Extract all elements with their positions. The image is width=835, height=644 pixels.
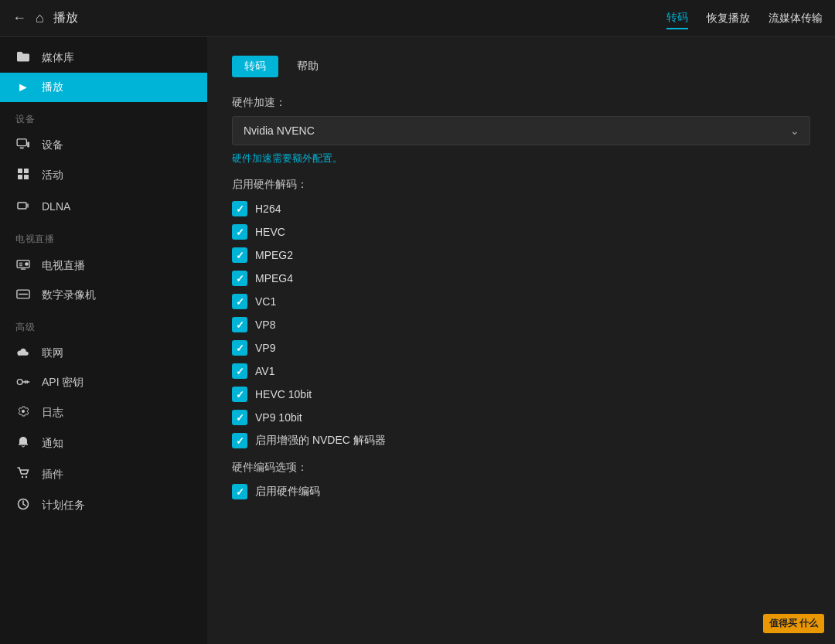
sidebar-label-dvr: 数字录像机 [42,288,96,302]
svg-point-11 [17,380,22,385]
sidebar-item-dvr[interactable]: 数字录像机 [0,281,207,310]
hardware-accel-label: 硬件加速： [232,96,810,110]
watermark-text: 什么 [799,618,818,629]
checkbox-vc1[interactable]: ✓ [232,294,247,309]
checkbox-row-hevc: ✓HEVC [232,224,810,240]
hardware-accel-dropdown-wrapper: Nvidia NVENC Intel QSV VAAPI 无 ⌄ [232,116,810,145]
hw-encode-checkbox[interactable]: ✓ [232,484,247,499]
cloud-icon [15,346,31,360]
svg-point-9 [25,262,28,265]
checkbox-vp9[interactable]: ✓ [232,340,247,356]
tab-bar: 转码 帮助 [232,56,810,77]
checkmark-vc1: ✓ [236,296,244,308]
hint-text: 硬件加速需要额外配置。 [232,152,810,165]
sidebar: 媒体库 ► 播放 设备 设备 [0,37,207,644]
play-icon: ► [15,80,31,94]
checkmark-av1: ✓ [236,366,244,377]
sidebar-item-plugins[interactable]: 插件 [0,459,207,490]
svg-point-13 [26,476,27,478]
checkbox-label-vp910bit: VP9 10bit [255,411,302,424]
nav-link-resume[interactable]: 恢复播放 [707,9,750,29]
sidebar-item-playback[interactable]: ► 播放 [0,73,207,102]
watermark-prefix: 值得买 [769,618,799,629]
sidebar-item-tvlive[interactable]: 电视直播 [0,250,207,281]
sidebar-label-activity: 活动 [42,169,63,182]
main-layout: 媒体库 ► 播放 设备 设备 [0,37,835,644]
checkbox-vp910bit[interactable]: ✓ [232,410,247,425]
svg-rect-7 [18,203,26,209]
checkbox-hevc[interactable]: ✓ [232,224,247,240]
checkmark-h264: ✓ [236,203,244,215]
svg-rect-0 [17,139,26,146]
gear-icon [15,405,31,421]
hw-encode-section-label: 硬件编码选项： [232,461,810,475]
checkbox-av1[interactable]: ✓ [232,363,247,379]
main-content: 转码 帮助 硬件加速： Nvidia NVENC Intel QSV VAAPI… [207,37,835,644]
sidebar-item-devices[interactable]: 设备 [0,131,207,160]
page-title: 播放 [53,10,78,26]
svg-rect-4 [24,169,29,173]
top-nav-right: 转码 恢复播放 流媒体传输 [666,8,823,29]
sidebar-item-network[interactable]: 联网 [0,339,207,368]
top-nav-left: ← ⌂ 播放 [12,10,666,26]
svg-rect-5 [18,175,22,179]
sidebar-label-notifications: 通知 [42,437,63,451]
clock-icon [15,498,31,513]
sidebar-label-tvlive: 电视直播 [42,259,85,273]
svg-point-12 [22,476,23,478]
checkbox-label-vc1: VC1 [255,295,276,308]
hw-encode-checkmark: ✓ [236,486,244,498]
sidebar-item-notifications[interactable]: 通知 [0,428,207,459]
checkbox-label-vp9: VP9 [255,342,275,354]
sidebar-item-logs[interactable]: 日志 [0,397,207,428]
checkbox-vp8[interactable]: ✓ [232,317,247,332]
hw-encode-label: 启用硬件编码 [255,485,320,499]
sidebar-label-apikey: API 密钥 [42,376,84,390]
checkmark-mpeg4: ✓ [236,273,244,285]
back-icon[interactable]: ← [12,10,26,26]
sidebar-item-apikey[interactable]: API 密钥 [0,368,207,397]
checkbox-row-vc1: ✓VC1 [232,294,810,309]
nvdec-checkbox[interactable]: ✓ [232,433,247,448]
dvr-icon [15,288,31,302]
checkmark-hevc: ✓ [236,227,244,238]
hw-encode-row: ✓ 启用硬件编码 [232,484,810,499]
svg-rect-2 [27,141,29,147]
activity-icon [15,168,31,183]
svg-rect-6 [24,175,29,179]
svg-rect-3 [18,169,22,173]
checkbox-row-vp9: ✓VP9 [232,340,810,356]
nvdec-checkmark: ✓ [236,435,244,447]
checkbox-label-h264: H264 [255,203,281,215]
checkbox-h264[interactable]: ✓ [232,201,247,216]
checkbox-row-mpeg4: ✓MPEG4 [232,271,810,286]
dlna-icon [15,199,31,214]
sidebar-item-dlna[interactable]: DLNA [0,191,207,222]
hw-decode-label: 启用硬件解码： [232,178,810,192]
nvdec-label: 启用增强的 NVDEC 解码器 [255,434,386,448]
devices-icon [15,138,31,152]
sidebar-item-scheduled[interactable]: 计划任务 [0,490,207,521]
checkbox-row-hevc10bit: ✓HEVC 10bit [232,387,810,402]
home-icon[interactable]: ⌂ [36,10,44,26]
nav-link-stream[interactable]: 流媒体传输 [769,9,823,29]
sidebar-item-medialibrary[interactable]: 媒体库 [0,43,207,73]
sidebar-label-medialibrary: 媒体库 [42,51,74,65]
bell-icon [15,436,31,451]
tab-help[interactable]: 帮助 [285,56,331,77]
nav-link-transcode[interactable]: 转码 [666,8,688,29]
sidebar-label-scheduled: 计划任务 [42,499,85,513]
sidebar-item-activity[interactable]: 活动 [0,160,207,191]
checkbox-row-vp910bit: ✓VP9 10bit [232,410,810,425]
key-icon [15,376,31,390]
svg-rect-1 [20,147,24,148]
sidebar-label-devices: 设备 [42,138,63,152]
checkmark-hevc10bit: ✓ [236,389,244,400]
checkbox-hevc10bit[interactable]: ✓ [232,387,247,402]
checkbox-row-vp8: ✓VP8 [232,317,810,332]
checkbox-mpeg4[interactable]: ✓ [232,271,247,286]
sidebar-label-plugins: 插件 [42,468,63,482]
hardware-accel-select[interactable]: Nvidia NVENC Intel QSV VAAPI 无 [232,116,810,145]
tab-transcode[interactable]: 转码 [232,56,278,77]
checkbox-mpeg2[interactable]: ✓ [232,247,247,263]
